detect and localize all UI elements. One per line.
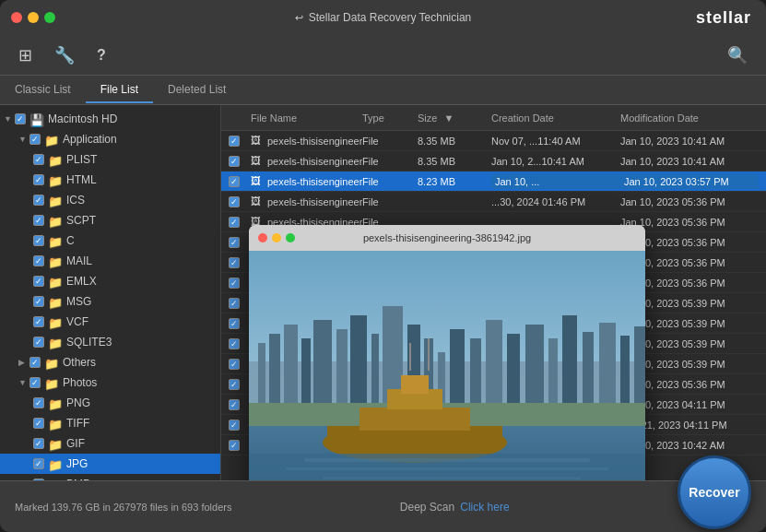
checkbox-photos[interactable]: ✓ [29, 377, 41, 388]
table-row[interactable]: ✓ 🖼 pexels-thisisengineering-3861958.jpg… [221, 151, 766, 171]
preview-maximize-button[interactable] [286, 233, 295, 242]
checkbox-application[interactable]: ✓ [29, 134, 41, 145]
status-info: Marked 139.76 GB in 267978 files in 693 … [15, 502, 231, 513]
folder-icon-c: 📁 [48, 235, 63, 246]
recover-button[interactable]: Recover [678, 455, 751, 529]
folder-icon-mail: 📁 [48, 255, 63, 266]
checkbox-mail[interactable]: ✓ [33, 255, 44, 266]
sidebar-item-plist[interactable]: ✓ 📁 PLIST [0, 149, 220, 170]
deep-scan-section: Deep Scan Click here [400, 501, 510, 514]
tabbar: Classic List File List Deleted List [0, 76, 766, 105]
bottom-bar: Marked 139.76 GB in 267978 files in 693 … [0, 480, 766, 532]
folder-icon-photos: 📁 [44, 377, 59, 388]
row-checkbox[interactable]: ✓ [229, 217, 240, 228]
header-modification: Modification Date [620, 112, 759, 124]
preview-title: pexels-thisisengineering-3861942.jpg [363, 232, 531, 243]
sidebar-item-scpt[interactable]: ✓ 📁 SCPT [0, 210, 220, 231]
checkbox-tiff[interactable]: ✓ [33, 418, 44, 429]
sidebar-item-mail[interactable]: ✓ 📁 MAIL [0, 251, 220, 271]
sidebar-item-application[interactable]: ▼ ✓ 📁 Application [0, 129, 220, 149]
checkbox-png[interactable]: ✓ [33, 397, 44, 408]
folder-icon-tiff: 📁 [48, 418, 63, 429]
sidebar-item-photos[interactable]: ▼ ✓ 📁 Photos [0, 372, 220, 393]
row-checkbox[interactable]: ✓ [229, 298, 240, 309]
checkbox-sqlite3[interactable]: ✓ [33, 337, 44, 348]
sidebar-item-png[interactable]: ✓ 📁 PNG [0, 393, 220, 413]
sidebar-item-html[interactable]: ✓ 📁 HTML [0, 170, 220, 190]
tab-classic-list[interactable]: Classic List [0, 77, 86, 103]
folder-icon-html: 📁 [48, 174, 63, 185]
row-checkbox[interactable]: ✓ [229, 440, 240, 451]
checkbox-vcf[interactable]: ✓ [33, 316, 44, 327]
folder-icon-sqlite3: 📁 [48, 337, 63, 348]
sidebar-label-photos: Photos [63, 376, 97, 389]
minimize-button[interactable] [28, 12, 39, 23]
sidebar-item-emlx[interactable]: ✓ 📁 EMLX [0, 271, 220, 291]
checkbox-scpt[interactable]: ✓ [33, 215, 44, 226]
preview-close-button[interactable] [258, 233, 267, 242]
expand-icon: ▼ [4, 114, 13, 124]
folder-icon-emlx: 📁 [48, 276, 63, 287]
checkbox-bmp[interactable]: ✓ [33, 479, 44, 480]
table-row[interactable]: ✓ 🖼 pexels-thisisengineering-3861942.jpg… [221, 192, 766, 212]
settings-icon[interactable]: 🔧 [51, 41, 78, 69]
sidebar-item-msg[interactable]: ✓ 📁 MSG [0, 291, 220, 312]
checkbox-others[interactable]: ✓ [29, 357, 41, 368]
checkbox-ics[interactable]: ✓ [33, 195, 44, 206]
checkbox-gif[interactable]: ✓ [33, 438, 44, 449]
checkbox-c[interactable]: ✓ [33, 235, 44, 246]
app-logo: stellar [696, 8, 751, 28]
sidebar-item-macintosh-hd[interactable]: ▼ ✓ 💾 Macintosh HD [0, 109, 220, 129]
preview-minimize-button[interactable] [272, 233, 281, 242]
checkbox-msg[interactable]: ✓ [33, 296, 44, 307]
row-checkbox[interactable]: ✓ [229, 237, 240, 248]
row-checkbox[interactable]: ✓ [229, 136, 240, 147]
sidebar-item-c[interactable]: ✓ 📁 C [0, 231, 220, 251]
row-checkbox[interactable]: ✓ [229, 196, 240, 207]
file-icon: 🖼 [251, 135, 264, 148]
row-checkbox[interactable]: ✓ [229, 257, 240, 268]
preview-titlebar: pexels-thisisengineering-3861942.jpg [249, 225, 645, 251]
sidebar-item-gif[interactable]: ✓ 📁 GIF [0, 433, 220, 454]
sidebar-item-jpg[interactable]: ✓ 📁 JPG [0, 454, 220, 474]
sidebar-label-jpg: JPG [66, 457, 88, 470]
sidebar-item-bmp[interactable]: ✓ 📁 BMP [0, 474, 220, 480]
sidebar-item-tiff[interactable]: ✓ 📁 TIFF [0, 413, 220, 433]
help-icon[interactable]: ? [93, 43, 110, 67]
sidebar-label-ics: ICS [66, 194, 85, 207]
folder-icon-plist: 📁 [48, 154, 63, 165]
sidebar-item-sqlite3[interactable]: ✓ 📁 SQLITE3 [0, 332, 220, 352]
file-name-cell: 🖼 pexels-thisisengineering-3861958.jpg [251, 135, 362, 148]
file-icon: 🖼 [251, 155, 264, 168]
file-name-cell: 🖼 pexels-thisisengineering-3861942.jpg [251, 195, 362, 208]
grid-view-icon[interactable]: ⊞ [15, 41, 36, 69]
tab-file-list[interactable]: File List [86, 77, 153, 103]
row-checkbox[interactable]: ✓ [229, 399, 240, 410]
traffic-lights [11, 12, 55, 23]
tab-deleted-list[interactable]: Deleted List [153, 77, 241, 103]
table-row-selected[interactable]: ✓ 🖼 pexels-thisisengineering-3861942.jpg… [221, 171, 766, 192]
checkbox-emlx[interactable]: ✓ [33, 276, 44, 287]
checkbox-jpg[interactable]: ✓ [33, 458, 44, 469]
row-checkbox[interactable]: ✓ [229, 359, 240, 370]
maximize-button[interactable] [44, 12, 55, 23]
table-row[interactable]: ✓ 🖼 pexels-thisisengineering-3861958.jpg… [221, 131, 766, 151]
checkbox-html[interactable]: ✓ [33, 174, 44, 185]
row-checkbox[interactable]: ✓ [229, 278, 240, 289]
checkbox-plist[interactable]: ✓ [33, 154, 44, 165]
row-checkbox[interactable]: ✓ [229, 379, 240, 390]
sidebar-item-vcf[interactable]: ✓ 📁 VCF [0, 312, 220, 332]
file-icon: 🖼 [251, 195, 264, 208]
sidebar-item-ics[interactable]: ✓ 📁 ICS [0, 190, 220, 210]
click-here-link[interactable]: Click here [460, 501, 509, 514]
row-checkbox[interactable]: ✓ [229, 176, 240, 187]
row-checkbox[interactable]: ✓ [229, 318, 240, 329]
row-checkbox[interactable]: ✓ [229, 156, 240, 167]
svg-rect-36 [286, 467, 608, 470]
row-checkbox[interactable]: ✓ [229, 338, 240, 349]
checkbox-macintosh-hd[interactable]: ✓ [15, 113, 26, 124]
row-checkbox[interactable]: ✓ [229, 420, 240, 431]
sidebar-item-others[interactable]: ▶ ✓ 📁 Others [0, 352, 220, 372]
close-button[interactable] [11, 12, 22, 23]
search-icon[interactable]: 🔍 [724, 41, 751, 69]
